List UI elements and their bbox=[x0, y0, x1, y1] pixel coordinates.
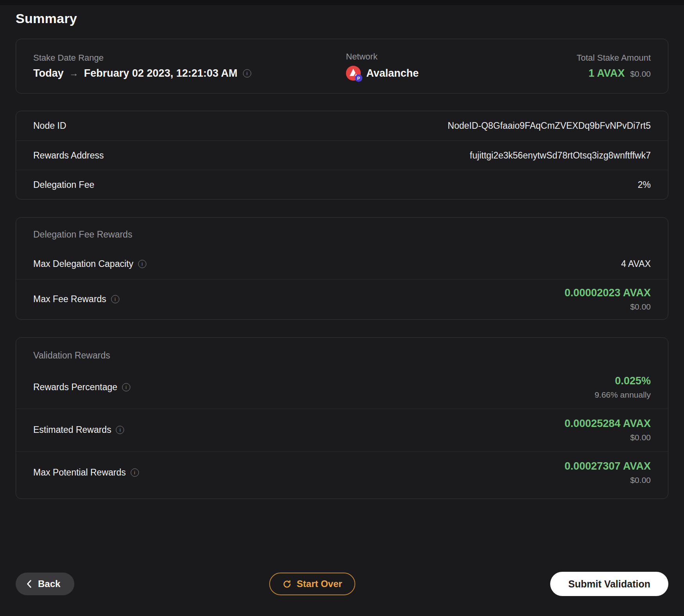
stake-summary-card: Stake Date Range Today → February 02 202… bbox=[16, 39, 668, 94]
delegation-fee-label: Delegation Fee bbox=[33, 180, 94, 190]
max-delegation-capacity-value: 4 AVAX bbox=[621, 259, 651, 269]
arrow-right-icon: → bbox=[69, 68, 79, 79]
max-fee-rewards-info-icon[interactable]: i bbox=[111, 295, 119, 303]
delegation-fee-rewards-card: Delegation Fee Rewards Max Delegation Ca… bbox=[16, 217, 668, 320]
estimated-rewards-value: 0.00025284 AVAX bbox=[565, 417, 651, 430]
node-details-card: Node ID NodeID-Q8Gfaaio9FAqCmZVEXDq9bFvN… bbox=[16, 111, 668, 200]
node-id-label: Node ID bbox=[33, 121, 66, 131]
max-potential-rewards-label: Max Potential Rewards bbox=[33, 467, 126, 478]
chevron-left-icon bbox=[27, 580, 32, 588]
total-stake-label: Total Stake Amount bbox=[576, 53, 651, 63]
submit-validation-label: Submit Validation bbox=[568, 578, 650, 590]
total-stake-amount: 1 AVAX bbox=[589, 67, 625, 79]
validation-rewards-card: Validation Rewards Rewards Percentage i … bbox=[16, 337, 668, 499]
table-row-delegation-fee: Delegation Fee 2% bbox=[16, 170, 668, 199]
max-fee-rewards-value: 0.00002023 AVAX bbox=[565, 286, 651, 299]
max-delegation-capacity-info-icon[interactable]: i bbox=[138, 260, 146, 268]
max-fee-rewards-usd: $0.00 bbox=[565, 302, 651, 312]
rewards-percentage-annual: 9.66% annually bbox=[594, 390, 651, 400]
back-button[interactable]: Back bbox=[16, 573, 74, 595]
max-potential-rewards-usd: $0.00 bbox=[565, 476, 651, 485]
stake-date-range-label: Stake Date Range bbox=[33, 53, 346, 63]
max-potential-rewards-value: 0.00027307 AVAX bbox=[565, 460, 651, 472]
back-button-label: Back bbox=[38, 578, 60, 589]
total-stake-block: Total Stake Amount 1 AVAX $0.00 bbox=[576, 53, 651, 79]
rewards-percentage-label: Rewards Percentage bbox=[33, 382, 117, 393]
delegation-fee-value: 2% bbox=[638, 180, 651, 190]
estimated-rewards-usd: $0.00 bbox=[565, 433, 651, 442]
table-row-rewards-address: Rewards Address fujittgi2e3k56enytwSd78r… bbox=[16, 140, 668, 170]
submit-validation-button[interactable]: Submit Validation bbox=[550, 572, 668, 596]
max-delegation-capacity-label: Max Delegation Capacity bbox=[33, 259, 133, 269]
avalanche-logo-icon: P bbox=[346, 66, 361, 81]
network-label: Network bbox=[346, 52, 576, 62]
summary-page: Summary Stake Date Range Today → Februar… bbox=[0, 11, 684, 499]
table-row-node-id: Node ID NodeID-Q8Gfaaio9FAqCmZVEXDq9bFvN… bbox=[16, 111, 668, 140]
start-over-button-label: Start Over bbox=[297, 578, 342, 589]
estimated-rewards-info-icon[interactable]: i bbox=[116, 426, 124, 434]
max-potential-rewards-row: Max Potential Rewards i 0.00027307 AVAX … bbox=[16, 452, 668, 494]
total-stake-usd: $0.00 bbox=[630, 69, 651, 79]
rewards-percentage-row: Rewards Percentage i 0.025% 9.66% annual… bbox=[16, 366, 668, 409]
stake-date-from: Today bbox=[33, 67, 64, 79]
page-title: Summary bbox=[16, 11, 668, 26]
rewards-address-label: Rewards Address bbox=[33, 150, 104, 161]
estimated-rewards-label: Estimated Rewards bbox=[33, 425, 111, 435]
p-chain-badge: P bbox=[355, 74, 362, 82]
refresh-icon bbox=[283, 580, 292, 589]
rewards-address-value: fujittgi2e3k56enytwSd78rtOtsq3izg8wnftff… bbox=[470, 150, 651, 161]
network-block: Network P Avalanche bbox=[346, 52, 576, 81]
delegation-fee-rewards-title: Delegation Fee Rewards bbox=[16, 218, 668, 240]
max-fee-rewards-row: Max Fee Rewards i 0.00002023 AVAX $0.00 bbox=[16, 279, 668, 319]
stake-date-to: February 02 2023, 12:21:03 AM bbox=[84, 67, 238, 79]
top-strip bbox=[0, 0, 684, 5]
start-over-button[interactable]: Start Over bbox=[269, 573, 355, 595]
rewards-percentage-info-icon[interactable]: i bbox=[122, 383, 130, 391]
estimated-rewards-row: Estimated Rewards i 0.00025284 AVAX $0.0… bbox=[16, 409, 668, 451]
stake-date-info-icon[interactable]: i bbox=[243, 69, 251, 77]
validation-rewards-title: Validation Rewards bbox=[16, 338, 668, 361]
node-id-value: NodeID-Q8Gfaaio9FAqCmZVEXDq9bFvNPvDi7rt5 bbox=[448, 121, 651, 131]
max-delegation-capacity-row: Max Delegation Capacity i 4 AVAX bbox=[16, 249, 668, 279]
max-fee-rewards-label: Max Fee Rewards bbox=[33, 294, 106, 304]
rewards-percentage-value: 0.025% bbox=[594, 375, 651, 387]
max-potential-rewards-info-icon[interactable]: i bbox=[131, 468, 139, 477]
stake-date-range-block: Stake Date Range Today → February 02 202… bbox=[33, 53, 346, 79]
footer-actions: Back Start Over Submit Validation bbox=[0, 572, 684, 596]
network-name: Avalanche bbox=[366, 67, 419, 79]
